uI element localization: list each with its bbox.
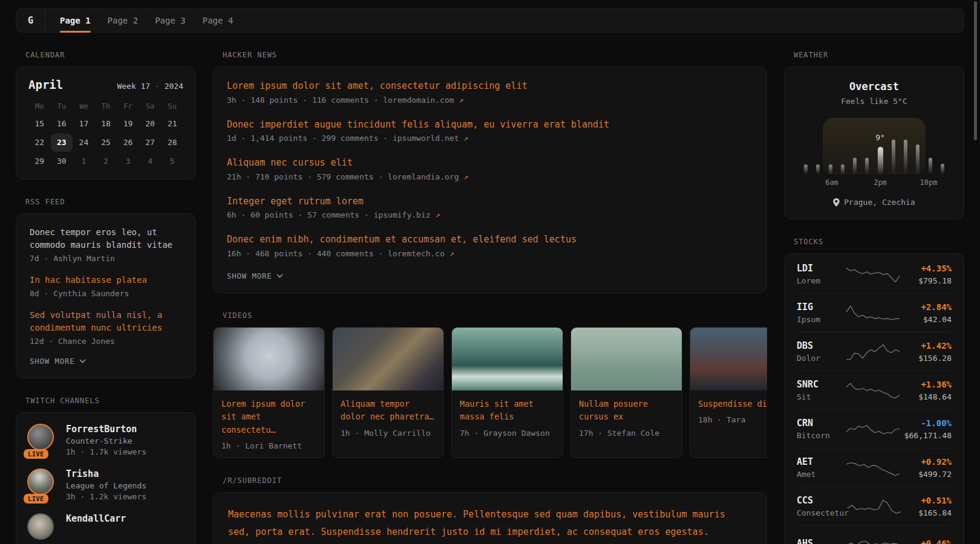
- tab-page-2[interactable]: Page 2: [108, 8, 139, 32]
- channel-name: Trisha: [66, 468, 146, 479]
- time-axis-label: 6am: [825, 178, 838, 187]
- video-card[interactable]: Nullam posuere cursus ex 17h · Stefan Co…: [570, 327, 682, 459]
- hn-item-meta: 3h · 148 points · 116 comments · loremdo…: [227, 96, 753, 105]
- channel-game: Counter-Strike: [66, 436, 146, 445]
- stock-row[interactable]: CRNBitcorn-1.00%$66,171.48: [797, 409, 952, 448]
- calendar-day-today: 23: [51, 134, 73, 152]
- hn-item-title[interactable]: Aliquam nec cursus elit: [227, 156, 753, 170]
- rss-item-meta: 7d · Ashlyn Martin: [30, 254, 182, 263]
- hn-item: Integer eget rutrum lorem 6h · 60 points…: [227, 195, 753, 220]
- external-link-icon: ↗: [459, 96, 464, 105]
- twitch-widget: LIVE ForrestBurton Counter-Strike 1h · 1…: [16, 412, 196, 544]
- calendar-weekday: Tu: [51, 99, 73, 114]
- calendar-day: 5: [161, 152, 183, 170]
- right-column: WEATHER Overcast Feels like 5°C 9° 6am2p…: [784, 33, 964, 544]
- stock-ticker: IIG: [797, 302, 845, 312]
- hn-item: Donec imperdiet augue tincidunt felis al…: [227, 118, 753, 143]
- stock-price: $66,171.48: [901, 431, 952, 440]
- calendar-day: 29: [28, 152, 51, 170]
- calendar-day: 18: [95, 115, 117, 133]
- stock-price: $42.04: [901, 315, 952, 324]
- video-card[interactable]: Mauris sit amet massa felis 7h · Grayson…: [451, 327, 563, 459]
- stock-company-name: Sit: [797, 392, 845, 401]
- calendar-weekday: Fr: [117, 99, 139, 114]
- stock-row[interactable]: CCSConsectetur+0.51%$165.84: [797, 487, 952, 525]
- hn-item-title[interactable]: Donec imperdiet augue tincidunt felis al…: [227, 118, 753, 132]
- tab-page-3[interactable]: Page 3: [155, 8, 186, 32]
- video-meta: 17h · Stefan Cole: [579, 429, 674, 438]
- video-title: Lorem ipsum dolor sit amet consectetu…: [221, 398, 316, 437]
- video-card[interactable]: Lorem ipsum dolor sit amet consectetu… 1…: [213, 327, 325, 459]
- video-card[interactable]: Suspendisse diam 18h · Tara: [690, 327, 767, 459]
- rss-item-meta: 8d · Cynthia Saunders: [30, 289, 182, 298]
- hour-bar: [804, 164, 808, 175]
- videos-widget: Lorem ipsum dolor sit amet consectetu… 1…: [213, 327, 767, 459]
- stock-price: $795.18: [901, 276, 952, 285]
- weather-widget: Overcast Feels like 5°C 9° 6am2pm10pm Pr…: [784, 66, 964, 219]
- stock-change-percent: +0.51%: [902, 496, 952, 505]
- hour-bar: [941, 164, 944, 175]
- hn-item-meta: 1d · 1,414 points · 299 comments · ipsum…: [227, 134, 753, 143]
- calendar-day: 27: [139, 134, 162, 152]
- rss-show-more-button[interactable]: SHOW MORE: [30, 357, 86, 366]
- hn-item-meta: 16h · 468 points · 440 comments · loremt…: [227, 249, 753, 258]
- stock-ticker: SNRC: [797, 379, 845, 390]
- calendar-day: 22: [28, 134, 51, 152]
- stock-row[interactable]: SNRCSit+1.36%$148.64: [797, 371, 952, 409]
- hn-show-more-button[interactable]: SHOW MORE: [227, 271, 283, 280]
- hn-item-title[interactable]: Integer eget rutrum lorem: [227, 195, 753, 209]
- calendar-day: 26: [117, 134, 139, 152]
- channel-name: ForrestBurton: [66, 424, 146, 435]
- hn-item-meta: 6h · 60 points · 57 comments · ipsumify.…: [227, 210, 753, 219]
- twitch-channel[interactable]: KendallCarr: [27, 513, 185, 540]
- stock-ticker: CCS: [797, 495, 846, 506]
- stock-company-name: Consectetur: [797, 508, 846, 517]
- external-link-icon: ↗: [463, 134, 468, 143]
- stock-price: $156.28: [901, 354, 952, 363]
- stock-sparkline: [845, 457, 901, 479]
- hn-item: Lorem ipsum dolor sit amet, consectetur …: [227, 79, 753, 105]
- tab-page-4[interactable]: Page 4: [203, 8, 234, 32]
- scrollbar-thumb[interactable]: [974, 1, 977, 140]
- stock-company-name: Amet: [797, 470, 845, 479]
- subreddit-post: Maecenas mollis pulvinar erat non posuer…: [228, 506, 752, 544]
- middle-column: HACKER NEWS Lorem ipsum dolor sit amet, …: [213, 33, 767, 544]
- weather-location: Prague, Czechia: [798, 198, 950, 207]
- calendar-day: 30: [51, 152, 73, 170]
- stock-sparkline: [845, 380, 901, 401]
- video-card[interactable]: Aliquam tempor dolor nec pharetra… 1h · …: [332, 327, 444, 459]
- dot-separator: ·: [155, 82, 160, 91]
- stock-change-percent: -1.00%: [901, 418, 952, 428]
- twitch-channel[interactable]: LIVE Trisha League of Legends 3h · 1.2k …: [27, 468, 185, 501]
- stock-ticker: DBS: [797, 340, 845, 351]
- stock-change-percent: +0.46%: [901, 539, 952, 544]
- rss-item-title[interactable]: In hac habitasse platea: [30, 274, 182, 287]
- twitch-channel[interactable]: LIVE ForrestBurton Counter-Strike 1h · 1…: [27, 424, 185, 456]
- current-hour-bar: [878, 147, 883, 175]
- stock-row[interactable]: LDILorem+4.35%$795.18: [797, 255, 952, 293]
- avatar: [27, 513, 54, 540]
- stock-change-percent: +2.84%: [901, 302, 952, 312]
- channel-name: KendallCarr: [66, 513, 126, 524]
- time-axis-label: 2pm: [874, 178, 887, 187]
- stock-row[interactable]: AHS+0.46%: [797, 525, 952, 544]
- calendar-day: 17: [73, 115, 95, 133]
- rss-item-title[interactable]: Donec tempor eros leo, ut commodo mauris…: [30, 226, 182, 251]
- stock-row[interactable]: AETAmet+0.92%$499.72: [797, 448, 952, 487]
- stock-row[interactable]: DBSDolor+1.42%$156.28: [797, 332, 952, 371]
- rss-item: Sed volutpat nulla nisl, a condimentum n…: [30, 309, 182, 346]
- calendar-day: 24: [73, 134, 95, 152]
- subreddit-post-title[interactable]: Maecenas mollis pulvinar erat non posuer…: [228, 506, 752, 540]
- left-column: CALENDAR April Week 17 · 2024 MoTuWeThFr…: [16, 33, 196, 544]
- stock-row[interactable]: IIGIpsum+2.84%$42.04: [797, 293, 952, 332]
- tab-page-1[interactable]: Page 1: [60, 8, 91, 32]
- stock-price: $165.84: [902, 508, 952, 517]
- external-link-icon: ↗: [435, 210, 440, 219]
- calendar-weekday: Sa: [139, 99, 162, 114]
- hn-item-title[interactable]: Donec enim nibh, condimentum et accumsan…: [227, 233, 753, 247]
- video-title: Mauris sit amet massa felis: [460, 398, 555, 424]
- rss-item-title[interactable]: Sed volutpat nulla nisl, a condimentum n…: [30, 309, 182, 334]
- hn-item-title[interactable]: Lorem ipsum dolor sit amet, consectetur …: [227, 79, 753, 93]
- stock-price: $499.72: [901, 470, 952, 479]
- calendar-day: 4: [139, 152, 162, 170]
